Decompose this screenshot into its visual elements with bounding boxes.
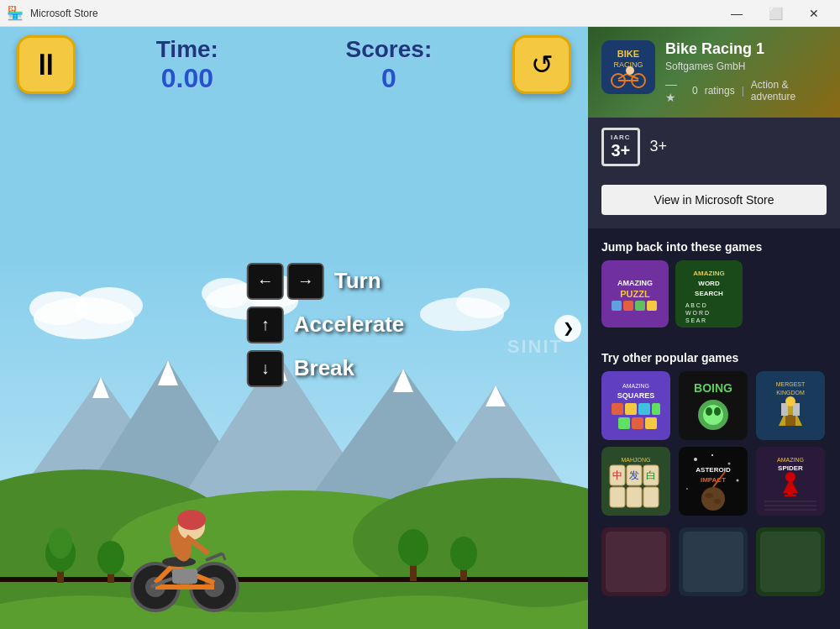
left-key: ←	[247, 263, 284, 300]
down-key: ↓	[247, 350, 284, 387]
close-button[interactable]: ✕	[795, 0, 833, 27]
right-key: →	[287, 263, 324, 300]
store-btn-section: View in Microsoft Store	[588, 176, 840, 228]
age-rating-section: IARC 3+ 3+	[588, 118, 840, 176]
time-stat: Time: 0.00	[156, 36, 218, 94]
svg-text:KINGDOM: KINGDOM	[776, 390, 805, 396]
svg-rect-93	[785, 415, 795, 426]
svg-rect-24	[0, 577, 588, 582]
svg-rect-49	[172, 569, 197, 584]
svg-point-113	[686, 488, 688, 490]
accelerate-control: ↑ Accelerate	[247, 307, 405, 343]
svg-rect-124	[785, 495, 796, 496]
svg-point-117	[705, 493, 713, 498]
next-arrow[interactable]: ❯	[554, 315, 581, 342]
title-bar-controls: — ⬜ ✕	[717, 0, 833, 27]
game-area: ⏸ Time: 0.00 Scores: 0 ↺ ← →	[0, 27, 588, 629]
svg-point-109	[694, 458, 697, 461]
svg-point-96	[785, 396, 795, 406]
app-icon: BIKE RACING	[601, 40, 655, 94]
app-icon: 🏪	[7, 5, 24, 21]
svg-point-33	[450, 537, 477, 570]
svg-rect-104	[643, 487, 659, 507]
svg-point-31	[398, 529, 428, 566]
hud-center: Time: 0.00 Scores: 0	[76, 36, 512, 94]
svg-rect-123	[788, 491, 793, 495]
extra-game-2[interactable]	[679, 527, 748, 596]
word-search-thumb[interactable]: AMAZING WORD SEARCH A B C D W O R D S E …	[675, 260, 743, 328]
svg-rect-77	[625, 403, 637, 415]
svg-text:BOING: BOING	[694, 381, 732, 395]
mahjong-thumb[interactable]: MAHJONG 中 发 白	[601, 447, 670, 516]
app-rating: —★	[665, 77, 685, 104]
svg-rect-76	[612, 403, 623, 415]
svg-point-111	[711, 454, 713, 456]
svg-text:AMAZING: AMAZING	[622, 383, 649, 389]
svg-point-47	[177, 510, 206, 530]
game-hud: ⏸ Time: 0.00 Scores: 0 ↺	[0, 35, 588, 94]
title-bar: 🏪 Microsoft Store — ⬜ ✕	[0, 0, 840, 27]
svg-rect-134	[760, 532, 821, 592]
extra-game-3[interactable]	[756, 527, 825, 596]
svg-rect-63	[623, 301, 633, 311]
accelerate-label: Accelerate	[294, 312, 405, 338]
view-in-store-button[interactable]: View in Microsoft Store	[601, 185, 827, 215]
svg-rect-78	[638, 403, 650, 415]
svg-point-4	[29, 291, 88, 325]
svg-point-58	[626, 66, 634, 75]
spider-thumb[interactable]: AMAZING SPIDER	[756, 447, 825, 516]
svg-text:白: 白	[646, 469, 656, 481]
watermark: SINIT	[507, 336, 563, 358]
svg-rect-102	[610, 487, 625, 507]
svg-point-86	[703, 405, 723, 425]
svg-text:MERGEST: MERGEST	[776, 381, 806, 387]
break-label: Break	[294, 355, 354, 381]
age-badge-system: IARC	[611, 134, 631, 141]
svg-text:IMPACT: IMPACT	[701, 476, 726, 484]
more-games-grid	[588, 527, 840, 608]
app-publisher: Softgames GmbH	[665, 60, 827, 72]
asteroid-thumb[interactable]: ASTEROID IMPACT	[679, 447, 748, 516]
squares-thumb[interactable]: AMAZING SQUARES	[601, 371, 670, 440]
extra-game-1[interactable]	[601, 527, 670, 596]
maximize-button[interactable]: ⬜	[756, 0, 795, 27]
svg-point-9	[456, 288, 510, 318]
svg-rect-103	[627, 487, 642, 507]
svg-rect-79	[652, 403, 660, 415]
jump-back-header: Jump back into these games	[588, 228, 840, 260]
app-genre: Action & adventure	[751, 79, 827, 102]
svg-point-29	[97, 541, 124, 574]
age-badge-number: 3+	[611, 141, 631, 160]
svg-text:S E A R: S E A R	[685, 317, 706, 323]
svg-text:中: 中	[612, 469, 622, 481]
svg-rect-80	[618, 417, 630, 429]
break-control: ↓ Break	[247, 350, 405, 387]
up-key: ↑	[247, 307, 284, 343]
svg-point-110	[728, 462, 731, 464]
svg-point-125	[785, 472, 795, 482]
ratings-label: ratings	[705, 85, 735, 97]
mergest-thumb[interactable]: MERGEST KINGDOM	[756, 371, 825, 440]
reset-button[interactable]: ↺	[512, 35, 571, 94]
age-badge: IARC 3+	[601, 128, 640, 166]
popular-games-grid: AMAZING SQUARES BOING	[588, 371, 840, 527]
app-info: Bike Racing 1 Softgames GmbH —★ 0 rating…	[665, 40, 827, 104]
app-meta: —★ 0 ratings | Action & adventure	[665, 77, 827, 104]
svg-point-118	[714, 499, 721, 504]
puzzle-link-thumb[interactable]: AMAZING PUZZL	[601, 260, 669, 328]
pause-button[interactable]: ⏸	[17, 35, 76, 94]
turn-control: ← → Turn	[247, 263, 405, 300]
sidebar: BIKE RACING Bike Racing 1 Softgames GmbH…	[588, 27, 840, 629]
svg-rect-132	[683, 532, 743, 592]
svg-rect-81	[632, 417, 643, 429]
svg-point-116	[701, 487, 725, 511]
svg-text:PUZZL: PUZZL	[620, 289, 650, 299]
svg-point-88	[714, 407, 721, 416]
svg-rect-65	[647, 301, 657, 311]
svg-rect-64	[635, 301, 645, 311]
app-header: BIKE RACING Bike Racing 1 Softgames GmbH…	[588, 27, 840, 118]
boing-thumb[interactable]: BOING	[679, 371, 748, 440]
minimize-button[interactable]: —	[717, 0, 756, 27]
svg-point-27	[49, 528, 72, 558]
main-layout: ⏸ Time: 0.00 Scores: 0 ↺ ← →	[0, 27, 840, 629]
